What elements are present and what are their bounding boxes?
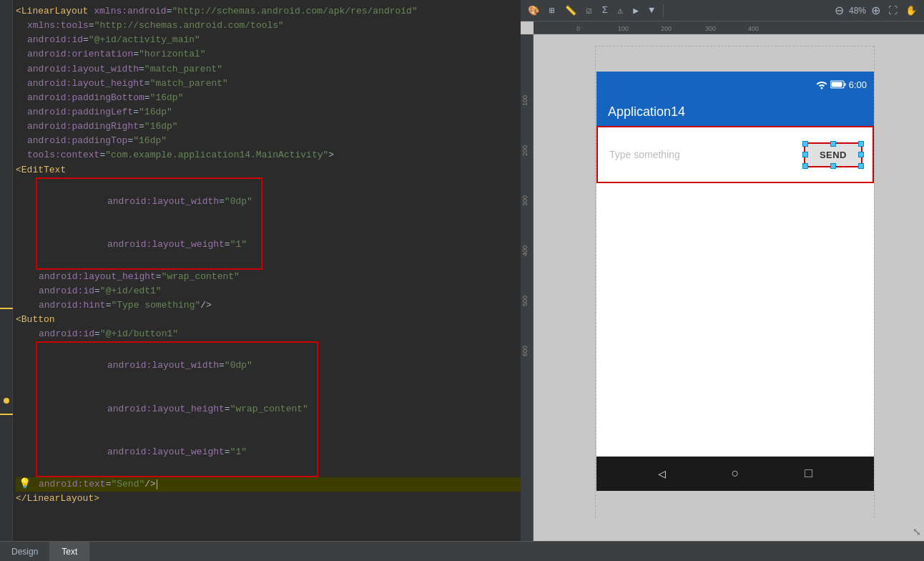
status-time: 6:00	[849, 79, 867, 90]
selection-handle-tl	[802, 141, 808, 147]
code-line: android:layout_width="0dp"	[40, 344, 314, 387]
code-line: tools:context="com.example.application14…	[16, 148, 521, 162]
code-line: android:layout_width="match_parent"	[16, 62, 521, 77]
main-area: <LinearLayout xmlns:android="http://sche…	[0, 0, 924, 541]
ruler-v-tick: 400	[521, 245, 529, 256]
lightbulb-icon: 💡	[19, 477, 31, 492]
battery-icon	[830, 80, 846, 89]
preview-toolbar: 🎨 ⊞ 📏 ☑ Σ ⚠ ▶ ▼ ⊖ 48% ⊕ ⛶ ✋	[521, 0, 924, 21]
zoom-in-icon[interactable]: ⊕	[868, 2, 883, 19]
zoom-control: ⊖ 48% ⊕ ⛶ ✋	[832, 2, 920, 19]
gutter-lightbulb-dot	[4, 398, 9, 404]
code-line: android:layout_weight="1"	[40, 223, 258, 266]
selection-handle-bm	[830, 163, 836, 169]
canvas-area: 6:00 Application14 Type something SEND	[534, 34, 924, 541]
code-line: android:id="@+id/activity_main"	[16, 33, 521, 47]
ruler-tick: 300	[705, 25, 716, 32]
yellow-marker-bottom	[0, 414, 13, 415]
code-line: android:paddingLeft="16dp"	[16, 105, 521, 119]
zoom-out-icon[interactable]: ⊖	[832, 2, 847, 19]
phone-empty-content	[596, 183, 874, 491]
app-title: Application14	[608, 104, 685, 119]
code-line: android:id="@+id/edt1"	[16, 284, 521, 298]
vertical-ruler: 100 200 300 400 500 600	[521, 34, 534, 541]
selection-handle-bl	[802, 163, 808, 169]
ruler-area: 0 100 200 300 400 100 200 300 400 500 60…	[521, 21, 924, 541]
svg-point-0	[820, 87, 822, 89]
phone-navbar: ◁ ○ □	[596, 457, 874, 491]
palette-icon[interactable]: 🎨	[525, 4, 542, 18]
red-box-2: android:layout_width="0dp" android:layou…	[36, 341, 318, 477]
nav-back-icon[interactable]: ◁	[658, 466, 666, 482]
hand-tool-icon[interactable]: ✋	[903, 4, 920, 17]
code-line: android:paddingBottom="16dp"	[16, 91, 521, 105]
canvas-border-left	[595, 46, 596, 518]
fullscreen-icon[interactable]: ⛶	[885, 4, 900, 17]
bottom-tabs: Design Text	[0, 541, 924, 561]
phone-content-area: Type something SEND	[596, 126, 874, 183]
svg-rect-3	[844, 83, 845, 86]
ruler-tick: 100	[618, 25, 629, 32]
nav-home-icon[interactable]: ○	[732, 467, 739, 481]
code-content: <LinearLayout xmlns:android="http://sche…	[0, 3, 521, 506]
code-line: android:layout_weight="1"	[40, 431, 314, 474]
phone-appbar: Application14	[596, 97, 874, 126]
tab-text[interactable]: Text	[50, 542, 89, 561]
code-line: android:orientation="horizontal"	[16, 47, 521, 62]
selection-handle-tm	[830, 141, 836, 147]
checkbox-icon[interactable]: ☑	[584, 4, 595, 18]
gutter	[0, 0, 13, 541]
code-line: </LinearLayout>	[16, 492, 521, 506]
ruler-v-tick: 200	[521, 145, 529, 156]
arrow-down-icon[interactable]: ▼	[646, 4, 657, 17]
selection-handle-ml	[802, 152, 808, 157]
code-line: android:layout_height="wrap_content"	[40, 388, 314, 431]
horizontal-ruler: 0 100 200 300 400	[534, 21, 924, 34]
code-line: xmlns:tools="http://schemas.android.com/…	[16, 19, 521, 33]
yellow-marker-top	[0, 308, 13, 309]
code-line: android:hint="Type something"/>	[16, 298, 521, 313]
ruler-v-tick: 500	[521, 296, 529, 306]
ruler-tick: 0	[576, 25, 580, 32]
toolbar-separator	[663, 4, 664, 17]
phone-container: 6:00 Application14 Type something SEND	[596, 72, 874, 491]
status-icons: 6:00	[816, 79, 867, 90]
sigma-icon[interactable]: Σ	[599, 4, 611, 17]
phone-statusbar: 6:00	[596, 72, 874, 97]
code-line: <LinearLayout xmlns:android="http://sche…	[16, 4, 521, 19]
code-line: android:id="@+id/button1"	[16, 327, 521, 341]
arrow-right-icon[interactable]: ▶	[630, 4, 642, 18]
code-line: android:layout_height="wrap_content"	[16, 270, 521, 284]
code-line: android:layout_width="0dp"	[40, 180, 258, 223]
code-line-highlighted: 💡 android:text="Send"/>	[16, 477, 521, 492]
code-panel: <LinearLayout xmlns:android="http://sche…	[0, 0, 521, 541]
code-line: <EditText	[16, 163, 521, 177]
code-line: <Button	[16, 313, 521, 327]
ruler-v-tick: 300	[521, 195, 529, 206]
resize-handle-icon[interactable]: ⤡	[913, 526, 921, 538]
ruler-v-tick: 600	[521, 346, 529, 356]
ruler-tick: 400	[748, 25, 759, 32]
ruler-tick: 200	[661, 25, 672, 32]
canvas-border-right	[874, 46, 875, 518]
zoom-level: 48%	[849, 6, 866, 16]
nav-recent-icon[interactable]: □	[805, 467, 812, 481]
code-line: android:paddingTop="16dp"	[16, 134, 521, 148]
red-box-1: android:layout_width="0dp" android:layou…	[36, 177, 262, 270]
code-line: android:paddingRight="16dp"	[16, 119, 521, 134]
selection-handle-mr	[858, 152, 864, 157]
selection-handle-br	[858, 163, 864, 169]
code-line: android:layout_height="match_parent"	[16, 77, 521, 91]
selection-handle-tr	[858, 141, 864, 147]
warning-icon[interactable]: ⚠	[614, 4, 626, 18]
rulers-icon[interactable]: 📏	[562, 4, 579, 18]
wifi-icon	[816, 79, 827, 89]
send-button-wrapper: SEND	[805, 144, 861, 166]
grid-icon[interactable]: ⊞	[546, 4, 558, 18]
svg-rect-2	[831, 82, 842, 87]
tab-design[interactable]: Design	[0, 542, 50, 561]
ruler-v-tick: 100	[521, 95, 529, 106]
preview-panel: 🎨 ⊞ 📏 ☑ Σ ⚠ ▶ ▼ ⊖ 48% ⊕ ⛶ ✋ 0 100 200	[521, 0, 924, 541]
edit-text-hint: Type something	[609, 149, 800, 160]
canvas-border-top	[595, 46, 874, 47]
